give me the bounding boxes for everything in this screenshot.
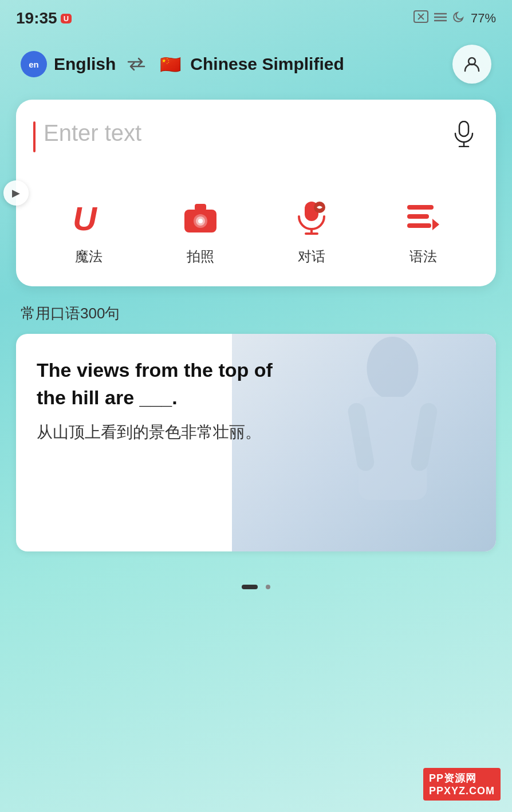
features-row: U 魔法 拍照 <box>33 197 479 266</box>
app-badge: U <box>61 14 72 23</box>
grammar-label: 语法 <box>409 247 437 266</box>
menu-icon <box>434 11 447 26</box>
main-translation-card: ▶ Enter text U 魔法 <box>16 100 496 286</box>
moon-icon <box>452 10 465 26</box>
target-lang-name: Chinese Simplified <box>190 54 344 74</box>
svg-rect-20 <box>407 205 434 210</box>
dialogue-label: 对话 <box>298 247 325 266</box>
svg-rect-7 <box>459 121 468 136</box>
status-bar: 19:35 U 77% <box>0 0 512 34</box>
content-card-inner: The views from the top of the hill are _… <box>16 334 496 460</box>
time-display: 19:35 <box>16 9 57 27</box>
profile-button[interactable] <box>452 45 491 84</box>
side-panel-toggle[interactable]: ▶ <box>3 180 29 206</box>
status-icons: 77% <box>413 10 496 26</box>
source-lang-name: English <box>54 54 116 74</box>
svg-rect-14 <box>195 204 206 211</box>
svg-marker-23 <box>432 219 439 230</box>
dialogue-feature[interactable]: 对话 <box>291 197 332 266</box>
svg-rect-21 <box>407 214 429 219</box>
magic-icon: U <box>68 197 109 238</box>
text-input-placeholder[interactable]: Enter text <box>44 117 441 146</box>
watermark: PP资源网PPXYZ.COM <box>423 768 501 801</box>
card-english-text: The views from the top of the hill are _… <box>37 357 300 411</box>
battery-display: 77% <box>471 11 496 26</box>
mic-button[interactable] <box>449 119 479 149</box>
source-language[interactable]: en English <box>21 51 116 77</box>
source-lang-badge: en <box>21 51 47 77</box>
target-lang-flag: 🇨🇳 <box>157 51 183 77</box>
section-title: 常用口语300句 <box>0 286 512 334</box>
content-card[interactable]: The views from the top of the hill are _… <box>16 334 496 551</box>
camera-label: 拍照 <box>187 247 214 266</box>
nav-dot-2[interactable] <box>266 585 270 589</box>
magic-feature[interactable]: U 魔法 <box>68 197 109 266</box>
text-cursor <box>33 121 36 152</box>
svg-point-15 <box>198 219 203 223</box>
camera-icon <box>180 197 221 238</box>
magic-label: 魔法 <box>75 247 103 266</box>
card-chinese-text: 从山顶上看到的景色非常壮丽。 <box>37 421 475 443</box>
swap-languages-button[interactable] <box>126 57 147 71</box>
grammar-icon <box>403 197 444 238</box>
camera-feature[interactable]: 拍照 <box>180 197 221 266</box>
svg-rect-22 <box>407 223 431 228</box>
close-window-icon <box>413 10 428 26</box>
target-language[interactable]: 🇨🇳 Chinese Simplified <box>157 51 344 77</box>
status-time: 19:35 U <box>16 9 72 27</box>
dialogue-icon <box>291 197 332 238</box>
language-pair[interactable]: en English 🇨🇳 Chinese Simplified <box>21 51 344 77</box>
language-header: en English 🇨🇳 Chinese Simplified <box>0 34 512 94</box>
bottom-navigation <box>0 569 512 601</box>
nav-dot-1[interactable] <box>242 585 258 589</box>
svg-text:U: U <box>73 200 98 236</box>
text-input-section[interactable]: Enter text <box>33 117 479 174</box>
grammar-feature[interactable]: 语法 <box>403 197 444 266</box>
